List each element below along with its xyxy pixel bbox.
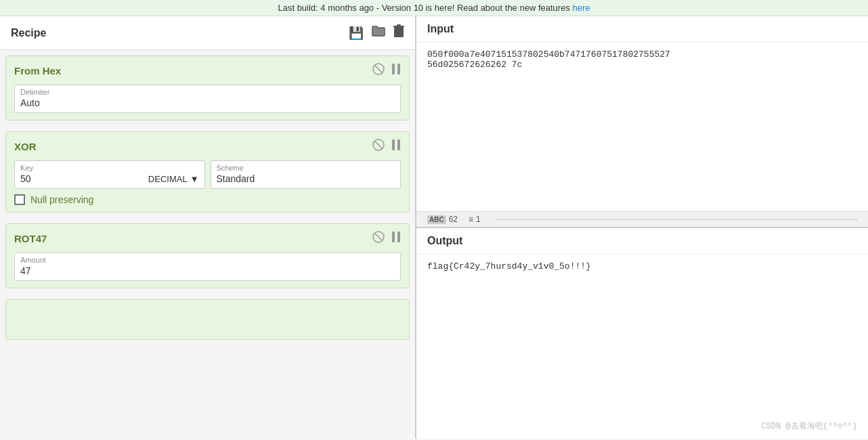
svg-line-4 xyxy=(375,66,382,72)
folder-icon[interactable] xyxy=(372,25,385,41)
watermark: CSDN @去看海吧(*^▽^*) xyxy=(761,420,857,432)
svg-rect-1 xyxy=(393,26,404,27)
input-stats-bar: ABC 62 ≡ 1 xyxy=(416,211,868,227)
xor-header: XOR xyxy=(14,139,401,154)
null-preserving-row: Null preserving xyxy=(14,194,401,205)
input-section: Input 050f000a7e407151537802540b74717607… xyxy=(416,16,868,228)
from-hex-header: From Hex xyxy=(14,63,401,78)
xor-fields: Key 50 DECIMAL ▼ Scheme Standard xyxy=(14,160,401,189)
recipe-title: Recipe xyxy=(11,27,46,39)
right-panel: Input 050f000a7e407151537802540b74717607… xyxy=(416,16,868,439)
xor-scheme-field[interactable]: Scheme Standard xyxy=(211,160,402,189)
rot47-title: ROT47 xyxy=(14,233,47,244)
from-hex-controls xyxy=(372,63,401,78)
banner-link[interactable]: here xyxy=(573,3,590,13)
xor-key-value: 50 xyxy=(20,173,31,184)
trash-icon[interactable] xyxy=(393,24,404,41)
char-count: 62 xyxy=(449,215,458,224)
svg-rect-0 xyxy=(394,27,404,37)
svg-rect-14 xyxy=(397,232,400,242)
svg-rect-10 xyxy=(397,139,400,150)
from-hex-block: From Hex xyxy=(5,56,410,120)
banner-text: Last build: 4 months ago - Version 10 is… xyxy=(278,3,590,13)
xor-scheme-label: Scheme xyxy=(217,164,395,172)
svg-line-12 xyxy=(375,234,382,240)
null-preserving-label: Null preserving xyxy=(30,194,93,205)
xor-pause-icon[interactable] xyxy=(391,139,401,154)
output-section: Output flag{Cr42y_7hursd4y_v1v0_5o!!!} C… xyxy=(416,228,868,439)
delimiter-label: Delimiter xyxy=(20,88,395,96)
delimiter-field[interactable]: Delimiter Auto xyxy=(14,85,401,113)
amount-field[interactable]: Amount 47 xyxy=(14,252,401,281)
input-header: Input xyxy=(416,16,868,43)
left-panel: Recipe 💾 From xyxy=(0,16,416,439)
xor-key-label: Key xyxy=(20,164,199,172)
svg-line-8 xyxy=(375,141,382,148)
xor-scheme-value: Standard xyxy=(217,173,395,184)
xor-block: XOR xyxy=(5,131,410,213)
abc-icon: ABC xyxy=(427,215,446,224)
output-header: Output xyxy=(416,228,868,255)
save-icon[interactable]: 💾 xyxy=(349,26,364,41)
input-content[interactable]: 050f000a7e407151537802540b74717607517802… xyxy=(416,43,868,211)
rot47-disable-icon[interactable] xyxy=(372,231,385,246)
decimal-dropdown[interactable]: DECIMAL ▼ xyxy=(148,174,199,184)
recipe-icon-group: 💾 xyxy=(349,24,404,41)
svg-rect-5 xyxy=(392,64,395,74)
rot47-header: ROT47 xyxy=(14,231,401,246)
decimal-label: DECIMAL xyxy=(148,174,188,184)
rot47-controls xyxy=(372,231,401,246)
char-count-stat: ABC 62 xyxy=(427,215,458,224)
dots-divider xyxy=(497,219,857,220)
empty-block xyxy=(5,299,410,340)
xor-key-field[interactable]: Key 50 DECIMAL ▼ xyxy=(14,160,205,189)
from-hex-disable-icon[interactable] xyxy=(372,63,385,78)
delimiter-value: Auto xyxy=(20,97,395,108)
amount-label: Amount xyxy=(20,256,395,264)
recipe-header: Recipe 💾 xyxy=(0,16,415,50)
rot47-pause-icon[interactable] xyxy=(391,231,401,246)
input-value: 050f000a7e407151537802540b74717607517802… xyxy=(427,49,670,70)
xor-controls xyxy=(372,139,401,154)
output-value: flag{Cr42y_7hursd4y_v1v0_5o!!!} xyxy=(427,261,591,271)
amount-value: 47 xyxy=(20,265,395,276)
line-icon: ≡ xyxy=(469,215,473,224)
xor-disable-icon[interactable] xyxy=(372,139,385,154)
line-count-stat: ≡ 1 xyxy=(469,215,481,224)
decimal-chevron-icon: ▼ xyxy=(190,174,199,184)
svg-rect-9 xyxy=(392,139,395,150)
from-hex-title: From Hex xyxy=(14,65,61,76)
output-content[interactable]: flag{Cr42y_7hursd4y_v1v0_5o!!!} CSDN @去看… xyxy=(416,255,868,439)
xor-title: XOR xyxy=(14,141,37,152)
line-count: 1 xyxy=(476,215,481,224)
svg-rect-2 xyxy=(397,24,401,26)
top-banner: Last build: 4 months ago - Version 10 is… xyxy=(0,0,868,16)
from-hex-pause-icon[interactable] xyxy=(391,63,401,78)
svg-rect-6 xyxy=(397,64,400,74)
null-preserving-checkbox[interactable] xyxy=(14,194,25,205)
svg-rect-13 xyxy=(392,232,395,242)
rot47-block: ROT47 xyxy=(5,223,410,288)
